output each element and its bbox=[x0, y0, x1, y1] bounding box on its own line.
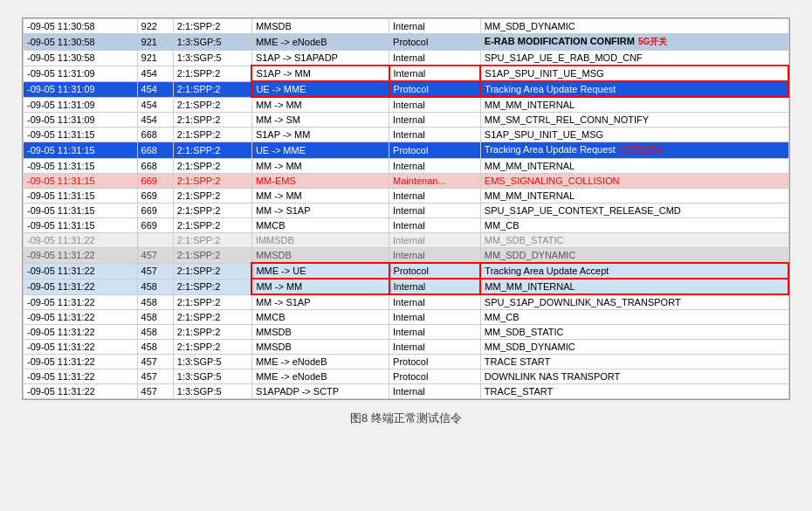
table-row[interactable]: -09-05 11:31:224571:3:SGP:5MME -> eNodeB… bbox=[24, 369, 789, 384]
cell-1: 454 bbox=[137, 113, 173, 128]
table-row[interactable]: -09-05 11:30:589222:1:SPP:2MMSDBInternal… bbox=[24, 19, 789, 34]
cell-0: -09-05 11:31:09 bbox=[24, 66, 138, 81]
cell-3: MME -> eNodeB bbox=[251, 369, 389, 384]
cell-1: 457 bbox=[137, 263, 173, 279]
table-row[interactable]: -09-05 11:31:094542:1:SPP:2UE -> MMEProt… bbox=[24, 81, 789, 97]
cell-3: MM -> MM bbox=[251, 159, 389, 174]
cell-5: MM_SM_CTRL_REL_CONN_NOTIFY bbox=[480, 113, 788, 128]
cell-4: Internal bbox=[389, 310, 481, 325]
cell-0: -09-05 11:31:22 bbox=[24, 384, 138, 399]
cell-4: Internal bbox=[389, 279, 481, 294]
cell-5: Tracking Area Update Request打开5g开关 bbox=[480, 142, 788, 159]
cell-5: MM_CB bbox=[480, 310, 788, 325]
cell-0: -09-05 11:31:09 bbox=[24, 97, 138, 113]
cell-3: MM -> MM bbox=[251, 97, 389, 113]
cell-2: 2:1:SPP:2 bbox=[173, 19, 251, 34]
cell-0: -09-05 11:31:22 bbox=[24, 310, 138, 325]
table-row[interactable]: -09-05 11:31:156692:1:SPP:2MM-EMSMainten… bbox=[24, 174, 789, 189]
cell-2: 2:1:SPP:2 bbox=[173, 294, 251, 310]
cell-5: MM_MM_INTERNAL bbox=[480, 159, 788, 174]
cell-2: 1:3:SGP:5 bbox=[173, 34, 251, 51]
cell-1: 669 bbox=[137, 204, 173, 218]
cell-1: 458 bbox=[137, 279, 173, 294]
cell-2: 2:1:SPP:2 bbox=[173, 113, 251, 128]
cell-3: MM -> MM bbox=[251, 279, 389, 294]
cell-5: S1AP_SPU_INIT_UE_MSG bbox=[480, 128, 788, 142]
cell-1: 454 bbox=[137, 97, 173, 113]
cell-4: Internal bbox=[389, 248, 481, 264]
cell-0: -09-05 11:31:22 bbox=[24, 355, 138, 369]
cell-0: -09-05 11:30:58 bbox=[24, 19, 138, 34]
table-row[interactable]: -09-05 11:31:094542:1:SPP:2S1AP -> MMInt… bbox=[24, 66, 789, 81]
cell-3: IMMSDB bbox=[251, 233, 389, 248]
cell-4: Internal bbox=[389, 233, 481, 248]
cell-1: 668 bbox=[137, 128, 173, 142]
cell-3: MM -> S1AP bbox=[251, 204, 389, 218]
table-row[interactable]: -09-05 11:31:156682:1:SPP:2UE -> MMEProt… bbox=[24, 142, 789, 159]
cell-3: MMSDB bbox=[251, 248, 389, 264]
table-row[interactable]: -09-05 11:31:224572:1:SPP:2MME -> UEProt… bbox=[24, 263, 789, 279]
cell-0: -09-05 11:31:15 bbox=[24, 128, 138, 142]
cell-2: 2:1:SPP:2 bbox=[173, 142, 251, 159]
cell-4: Protocol bbox=[389, 355, 481, 369]
table-row[interactable]: -09-05 11:31:224582:1:SPP:2MMSDBInternal… bbox=[24, 340, 789, 355]
table-row[interactable]: -09-05 11:31:156692:1:SPP:2MM -> S1APInt… bbox=[24, 204, 789, 218]
signal-table: -09-05 11:30:589222:1:SPP:2MMSDBInternal… bbox=[23, 18, 789, 399]
table-row[interactable]: -09-05 11:31:224572:1:SPP:2MMSDBInternal… bbox=[24, 248, 789, 264]
table-row[interactable]: -09-05 11:31:222:1:SPP:2IMMSDBInternalMM… bbox=[24, 233, 789, 248]
table-row[interactable]: -09-05 11:31:094542:1:SPP:2MM -> MMInter… bbox=[24, 97, 789, 113]
cell-3: S1AP -> S1APADP bbox=[251, 51, 389, 66]
table-row[interactable]: -09-05 11:31:224582:1:SPP:2MM -> S1APInt… bbox=[24, 294, 789, 310]
cell-5: MM_MM_INTERNAL bbox=[480, 189, 788, 204]
cell-5: MM_MM_INTERNAL bbox=[480, 97, 788, 113]
cell-5: MM_SDD_DYNAMIC bbox=[480, 248, 788, 264]
cell-1: 458 bbox=[137, 325, 173, 340]
cell-2: 2:1:SPP:2 bbox=[173, 159, 251, 174]
table-row[interactable]: -09-05 11:31:156692:1:SPP:2MMCBInternalM… bbox=[24, 218, 789, 233]
cell-2: 1:3:SGP:5 bbox=[173, 355, 251, 369]
table-row[interactable]: -09-05 11:31:224571:3:SGP:5MME -> eNodeB… bbox=[24, 355, 789, 369]
table-row[interactable]: -09-05 11:31:156682:1:SPP:2S1AP -> MMInt… bbox=[24, 128, 789, 142]
table-row[interactable]: -09-05 11:30:589211:3:SGP:5MME -> eNodeB… bbox=[24, 34, 789, 51]
cell-5: SPU_S1AP_UE_CONTEXT_RELEASE_CMD bbox=[480, 204, 788, 218]
cell-2: 2:1:SPP:2 bbox=[173, 340, 251, 355]
cell-4: Protocol bbox=[389, 369, 481, 384]
cell-1: 454 bbox=[137, 81, 173, 97]
cell-3: MMCB bbox=[251, 218, 389, 233]
cell-5: MM_SDB_STATIC bbox=[480, 233, 788, 248]
cell-5: MM_SDB_DYNAMIC bbox=[480, 340, 788, 355]
cell-3: MM -> S1AP bbox=[251, 294, 389, 310]
cell-0: -09-05 11:31:22 bbox=[24, 340, 138, 355]
cell-0: -09-05 11:31:15 bbox=[24, 142, 138, 159]
table-row[interactable]: -09-05 11:30:589211:3:SGP:5S1AP -> S1APA… bbox=[24, 51, 789, 66]
cell-1: 668 bbox=[137, 159, 173, 174]
cell-0: -09-05 11:31:22 bbox=[24, 248, 138, 264]
table-row[interactable]: -09-05 11:31:156682:1:SPP:2MM -> MMInter… bbox=[24, 159, 789, 174]
cell-0: -09-05 11:31:15 bbox=[24, 204, 138, 218]
table-row[interactable]: -09-05 11:31:156692:1:SPP:2MM -> MMInter… bbox=[24, 189, 789, 204]
cell-5: EMS_SIGNALING_COLLISION bbox=[480, 174, 788, 189]
table-row[interactable]: -09-05 11:31:224571:3:SGP:5S1APADP -> SC… bbox=[24, 384, 789, 399]
row-annotation: 5G开关 bbox=[638, 37, 667, 46]
cell-5: SPU_S1AP_UE_E_RAB_MOD_CNF bbox=[480, 51, 788, 66]
cell-0: -09-05 11:31:22 bbox=[24, 369, 138, 384]
cell-1 bbox=[137, 233, 173, 248]
cell-0: -09-05 11:31:15 bbox=[24, 159, 138, 174]
cell-1: 669 bbox=[137, 174, 173, 189]
cell-2: 1:3:SGP:5 bbox=[173, 51, 251, 66]
cell-0: -09-05 11:31:09 bbox=[24, 81, 138, 97]
cell-4: Protocol bbox=[389, 142, 481, 159]
cell-4: Internal bbox=[389, 51, 481, 66]
cell-1: 454 bbox=[137, 66, 173, 81]
table-row[interactable]: -09-05 11:31:224582:1:SPP:2MMCBInternalM… bbox=[24, 310, 789, 325]
cell-2: 1:3:SGP:5 bbox=[173, 384, 251, 399]
table-row[interactable]: -09-05 11:31:224582:1:SPP:2MMSDBInternal… bbox=[24, 325, 789, 340]
table-row[interactable]: -09-05 11:31:094542:1:SPP:2MM -> SMInter… bbox=[24, 113, 789, 128]
cell-5: TRACE_START bbox=[480, 384, 788, 399]
cell-4: Internal bbox=[389, 340, 481, 355]
table-row[interactable]: -09-05 11:31:224582:1:SPP:2MM -> MMInter… bbox=[24, 279, 789, 294]
cell-1: 669 bbox=[137, 189, 173, 204]
cell-3: MME -> eNodeB bbox=[251, 34, 389, 51]
cell-1: 668 bbox=[137, 142, 173, 159]
cell-1: 457 bbox=[137, 369, 173, 384]
